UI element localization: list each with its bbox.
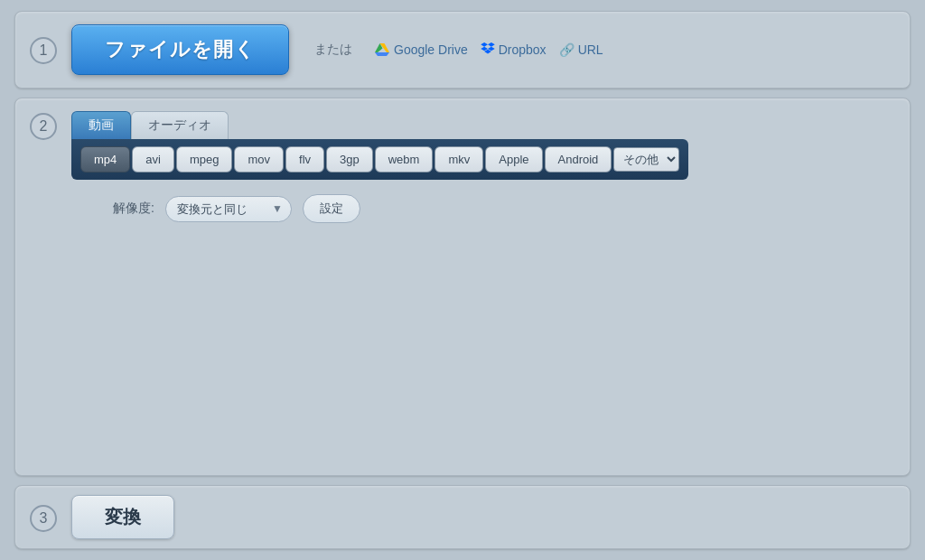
resolution-select[interactable]: 変換元と同じ: [165, 196, 292, 222]
section-3: 3 変換: [14, 485, 911, 549]
format-btn-apple[interactable]: Apple: [485, 146, 542, 173]
cloud-links: Google Drive Dropbox 🔗 URL: [374, 42, 603, 58]
format-btn-mkv[interactable]: mkv: [434, 146, 483, 173]
tab-audio[interactable]: オーディオ: [131, 111, 229, 139]
format-btn-avi[interactable]: avi: [132, 146, 174, 173]
tab-audio-label: オーディオ: [148, 117, 211, 132]
convert-button[interactable]: 変換: [71, 495, 174, 539]
url-link[interactable]: 🔗 URL: [559, 42, 603, 57]
app-container: 1 ファイルを開く または Google Drive: [0, 0, 925, 560]
format-other-select[interactable]: その他: [613, 147, 679, 172]
resolution-select-wrapper: 変換元と同じ ▼: [165, 196, 292, 222]
open-file-button[interactable]: ファイルを開く: [71, 24, 289, 75]
tab-video[interactable]: 動画: [71, 111, 131, 139]
format-btn-mov[interactable]: mov: [234, 146, 284, 173]
google-drive-label: Google Drive: [394, 42, 468, 57]
step-1-number: 1: [30, 37, 57, 64]
format-btn-flv[interactable]: flv: [285, 146, 324, 173]
settings-button[interactable]: 設定: [303, 194, 360, 223]
svg-marker-5: [488, 42, 495, 51]
format-buttons-container: mp4 avi mpeg mov flv 3gp webm mkv Apple …: [71, 139, 688, 180]
url-label: URL: [578, 42, 603, 57]
format-btn-android[interactable]: Android: [545, 146, 612, 173]
or-text: または: [314, 42, 352, 58]
format-area: 動画 オーディオ mp4 avi mpeg mov flv 3gp webm m…: [71, 111, 688, 223]
dropbox-label: Dropbox: [499, 42, 547, 57]
format-btn-mpeg[interactable]: mpeg: [176, 146, 233, 173]
resolution-label: 解像度:: [113, 201, 154, 217]
dropbox-link[interactable]: Dropbox: [481, 42, 547, 58]
section-2-header: 2 動画 オーディオ mp4 avi mpeg mov fl: [30, 111, 688, 223]
svg-marker-4: [481, 42, 488, 51]
step-3-number: 3: [30, 505, 57, 532]
svg-marker-3: [375, 52, 389, 56]
section-1: 1 ファイルを開く または Google Drive: [14, 11, 911, 89]
format-btn-webm[interactable]: webm: [375, 146, 434, 173]
google-drive-link[interactable]: Google Drive: [374, 42, 468, 57]
step-2-number: 2: [30, 113, 57, 140]
dropbox-icon: [481, 42, 495, 58]
section-2: 2 動画 オーディオ mp4 avi mpeg mov fl: [14, 98, 911, 476]
format-btn-3gp[interactable]: 3gp: [326, 146, 373, 173]
format-btn-mp4[interactable]: mp4: [80, 146, 130, 173]
tab-video-label: 動画: [89, 117, 114, 132]
tab-row: 動画 オーディオ: [71, 111, 688, 139]
url-icon: 🔗: [559, 42, 575, 57]
resolution-row: 解像度: 変換元と同じ ▼ 設定: [113, 194, 688, 223]
google-drive-icon: [374, 42, 390, 57]
